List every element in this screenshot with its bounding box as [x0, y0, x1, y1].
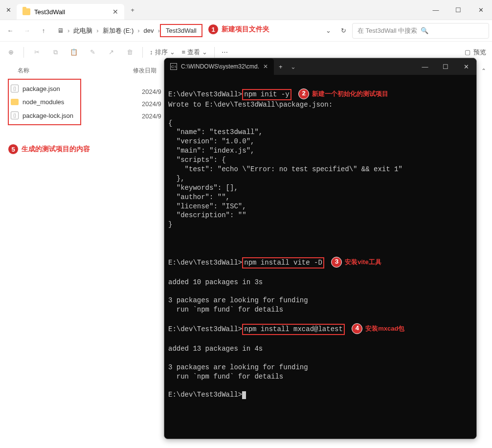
- json-file-icon: {}: [11, 85, 19, 92]
- annotation-badge-4: 4: [352, 323, 362, 334]
- refresh-icon[interactable]: ↻: [337, 27, 350, 34]
- close-tab-icon[interactable]: ✕: [112, 8, 118, 16]
- tab-title: Test3dWall: [34, 8, 109, 16]
- minimize-button[interactable]: —: [415, 58, 435, 75]
- rename-icon[interactable]: ✎: [87, 46, 98, 58]
- annotation-badge-5: 5: [8, 144, 19, 155]
- column-modified[interactable]: 修改日期: [133, 67, 157, 75]
- copy-icon[interactable]: ⧉: [49, 46, 61, 58]
- pc-icon[interactable]: 🖥: [53, 23, 67, 38]
- crumb-drive[interactable]: 新加卷 (E:): [99, 26, 138, 35]
- file-date: 2024/9: [142, 112, 161, 120]
- chevron-up-icon[interactable]: ⌃: [481, 67, 486, 74]
- terminal-titlebar: C:\ C:\WINDOWS\system32\cmd. ✕ + ⌄ — ☐ ✕: [164, 58, 476, 75]
- search-icon: 🔍: [421, 27, 484, 34]
- new-icon[interactable]: ⊕: [5, 46, 17, 58]
- search-input[interactable]: 在 Test3dWall 中搜索 🔍: [352, 23, 489, 39]
- view-button[interactable]: ≡ 查看 ⌄: [182, 48, 208, 57]
- maximize-button[interactable]: ☐: [447, 0, 470, 20]
- close-tab-icon[interactable]: ✕: [263, 63, 268, 70]
- new-tab-button[interactable]: +: [124, 6, 141, 14]
- maximize-button[interactable]: ☐: [435, 58, 456, 75]
- command-3: npm install mxcad@latest: [242, 324, 345, 335]
- crumb-folder[interactable]: Test3dWall: [160, 24, 202, 37]
- list-item[interactable]: node_modules: [9, 95, 80, 109]
- annotation-text-4: 安装mxcad包: [365, 324, 404, 333]
- terminal-output[interactable]: E:\dev\Test3dWall>npm init -y 2 新建一个初始化的…: [164, 75, 476, 414]
- terminal-tab[interactable]: C:\ C:\WINDOWS\system32\cmd. ✕: [164, 58, 274, 75]
- annotation-text-1: 新建项目文件夹: [222, 25, 269, 34]
- sort-button[interactable]: ↕ 排序 ⌄: [150, 48, 175, 57]
- cut-icon[interactable]: ✂: [31, 46, 43, 58]
- share-icon[interactable]: ↗: [105, 46, 117, 58]
- paste-icon[interactable]: 📋: [68, 46, 80, 58]
- annotation-badge-2: 2: [298, 89, 309, 99]
- explorer-tab[interactable]: Test3dWall ✕: [17, 4, 124, 20]
- breadcrumb[interactable]: 🖥 › 此电脑 › 新加卷 (E:) › dev › Test3dWall: [53, 23, 320, 39]
- forward-button[interactable]: →: [20, 23, 34, 38]
- json-file-icon: {}: [11, 112, 19, 119]
- folder-icon: [22, 8, 30, 15]
- terminal-window: C:\ C:\WINDOWS\system32\cmd. ✕ + ⌄ — ☐ ✕…: [164, 58, 477, 439]
- more-button[interactable]: ⋯: [222, 48, 228, 56]
- chevron-down-icon[interactable]: ⌄: [288, 63, 299, 70]
- close-button[interactable]: ✕: [456, 58, 476, 75]
- file-date: 2024/9: [142, 100, 161, 108]
- terminal-title: C:\WINDOWS\system32\cmd.: [181, 63, 259, 70]
- annotation-badge-1: 1: [208, 24, 219, 35]
- file-date: 2024/9: [142, 88, 161, 95]
- annotation-text-5: 生成的测试项目的内容: [22, 145, 90, 154]
- new-terminal-tab-button[interactable]: +: [274, 63, 288, 70]
- minimize-button[interactable]: —: [425, 0, 447, 20]
- list-item[interactable]: {} package.json: [9, 82, 80, 95]
- folder-icon: [11, 99, 19, 105]
- crumb-dev[interactable]: dev: [140, 27, 158, 34]
- list-item[interactable]: {} package-lock.json: [9, 109, 80, 122]
- command-2: npm install vite -D: [242, 257, 324, 269]
- annotation-text-3: 安装vite工具: [345, 258, 381, 267]
- search-placeholder: 在 Test3dWall 中搜索: [358, 26, 421, 35]
- up-button[interactable]: ↑: [36, 23, 51, 38]
- file-group-highlight: {} package.json node_modules {} package-…: [8, 79, 81, 125]
- cmd-icon: C:\: [170, 63, 177, 70]
- close-button[interactable]: ✕: [470, 0, 492, 20]
- back-button[interactable]: ←: [3, 23, 18, 38]
- cursor: [242, 391, 246, 399]
- explorer-titlebar: ✕ Test3dWall ✕ + — ☐ ✕: [0, 0, 492, 20]
- column-name[interactable]: 名称: [6, 67, 133, 75]
- annotation-text-2: 新建一个初始化的测试项目: [312, 90, 388, 98]
- close-icon[interactable]: ✕: [0, 0, 17, 20]
- annotation-badge-3: 3: [331, 257, 342, 268]
- preview-button[interactable]: ▢ 预览: [465, 48, 486, 57]
- command-1: npm init -y: [242, 89, 291, 100]
- chevron-down-icon[interactable]: ⌄: [322, 27, 335, 34]
- delete-icon[interactable]: 🗑: [124, 46, 135, 58]
- crumb-pc[interactable]: 此电脑: [69, 26, 96, 35]
